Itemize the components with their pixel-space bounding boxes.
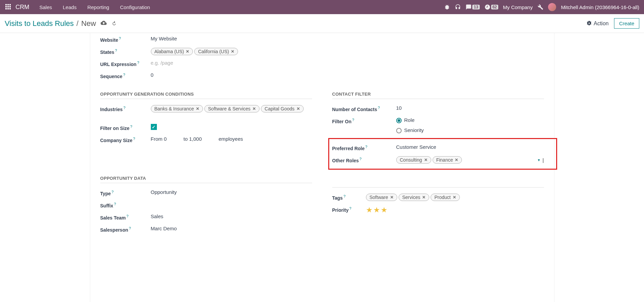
filter-size-checkbox[interactable] (151, 124, 157, 130)
tag-remove-icon[interactable]: ✕ (186, 49, 189, 54)
suffix-input[interactable] (151, 201, 312, 201)
help-icon[interactable]: ? (115, 48, 117, 53)
user-avatar[interactable] (548, 3, 556, 11)
star-icon[interactable]: ★ (373, 206, 380, 214)
messages-badge: 13 (472, 5, 479, 9)
breadcrumb-separator: / (76, 19, 78, 28)
nav-configuration[interactable]: Configuration (115, 4, 155, 10)
apps-icon[interactable] (5, 4, 11, 10)
radio-role[interactable]: Role (396, 117, 415, 123)
tag-remove-icon[interactable]: ✕ (196, 106, 199, 111)
size-unit-label: employees (218, 136, 243, 142)
action-bar: Visits to Leads Rules / New Action Creat… (0, 14, 644, 33)
field-filter-on-size: Filter on Size? (100, 121, 312, 133)
company-switcher[interactable]: My Company (503, 4, 533, 10)
tag-remove-icon[interactable]: ✕ (424, 158, 428, 162)
breadcrumb-parent[interactable]: Visits to Leads Rules (5, 19, 74, 28)
size-to-input[interactable]: 1,000 (189, 136, 202, 142)
tag-role: Finance✕ (433, 156, 462, 164)
section-contact-filter: CONTACT FILTER (332, 81, 544, 99)
field-other-roles: Other Roles? Consulting✕ Finance✕ ▼ (332, 154, 544, 166)
help-icon[interactable]: ? (123, 106, 125, 110)
tag-remove-icon[interactable]: ✕ (231, 49, 234, 54)
dropdown-caret-icon[interactable]: ▼ (537, 158, 541, 162)
tag-remove-icon[interactable]: ✕ (453, 195, 456, 200)
tag-state: Alabama (US)✕ (151, 48, 193, 55)
support-icon[interactable] (455, 4, 461, 10)
help-icon[interactable]: ? (129, 226, 131, 230)
section-opportunity-data: OPPORTUNITY DATA (100, 166, 312, 183)
help-icon[interactable]: ? (137, 61, 139, 65)
field-sales-team: Sales Team? Sales (100, 211, 312, 223)
num-contacts-value[interactable]: 10 (396, 104, 544, 111)
help-icon[interactable]: ? (114, 202, 116, 206)
help-icon[interactable]: ? (123, 73, 125, 77)
type-value[interactable]: Opportunity (151, 189, 312, 195)
help-icon[interactable]: ? (352, 118, 354, 122)
url-expression-input[interactable]: e.g. /page (151, 59, 323, 66)
field-sequence: Sequence? 0 (100, 69, 323, 81)
star-icon[interactable]: ★ (366, 206, 373, 214)
field-suffix: Suffix? (100, 199, 312, 211)
form-sheet: Website? My Website States? Alabama (US)… (90, 33, 554, 302)
action-menu[interactable]: Action (586, 21, 609, 27)
star-icon[interactable]: ★ (381, 206, 387, 214)
breadcrumb-current: New (81, 19, 96, 28)
create-button[interactable]: Create (614, 18, 639, 29)
section-opportunity-conditions: OPPORTUNITY GENERATION CONDITIONS (100, 81, 312, 99)
field-priority: Priority? ★ ★ ★ (332, 203, 544, 216)
help-icon[interactable]: ? (378, 106, 380, 110)
help-icon[interactable]: ? (365, 145, 367, 149)
field-preferred-role: Preferred Role? Customer Service (332, 141, 544, 154)
field-type: Type? Opportunity (100, 187, 312, 199)
field-url-expression: URL Expression? e.g. /page (100, 57, 323, 69)
salesperson-value[interactable]: Marc Demo (151, 225, 312, 231)
help-icon[interactable]: ? (127, 214, 129, 218)
states-tags[interactable]: Alabama (US)✕ California (US)✕ (151, 47, 323, 55)
breadcrumb: Visits to Leads Rules / New (5, 19, 117, 28)
tag-remove-icon[interactable]: ✕ (422, 195, 426, 200)
help-icon[interactable]: ? (119, 36, 121, 40)
top-navbar: CRM Sales Leads Reporting Configuration … (0, 0, 644, 14)
bug-icon[interactable] (444, 4, 450, 10)
other-roles-tags[interactable]: Consulting✕ Finance✕ ▼ (396, 156, 544, 164)
help-icon[interactable]: ? (349, 206, 351, 210)
cloud-save-icon[interactable] (101, 19, 107, 28)
tag-industry: Capital Goods✕ (261, 105, 304, 112)
field-salesperson: Salesperson? Marc Demo (100, 223, 312, 235)
field-tags: Tags? Software✕ Services✕ Product✕ (332, 191, 544, 203)
field-website: Website? My Website (100, 33, 323, 45)
user-menu[interactable]: Mitchell Admin (20366964-16-0-all) (561, 4, 639, 10)
sequence-value[interactable]: 0 (151, 71, 323, 78)
field-states: States? Alabama (US)✕ California (US)✕ (100, 45, 323, 57)
radio-seniority[interactable]: Seniority (396, 127, 424, 133)
tag-remove-icon[interactable]: ✕ (252, 106, 256, 111)
messages-icon[interactable]: 13 (466, 4, 479, 10)
industries-tags[interactable]: Banks & Insurance✕ Software & Services✕ … (151, 104, 312, 112)
help-icon[interactable]: ? (111, 190, 113, 194)
tools-icon[interactable] (537, 4, 543, 10)
preferred-role-value[interactable]: Customer Service (396, 143, 544, 150)
app-brand[interactable]: CRM (15, 4, 29, 11)
tag-remove-icon[interactable]: ✕ (297, 106, 300, 111)
tag-role: Consulting✕ (396, 156, 431, 164)
tag-industry: Software & Services✕ (204, 105, 260, 112)
size-from-input[interactable]: 0 (164, 136, 167, 142)
tag-remove-icon[interactable]: ✕ (455, 158, 458, 162)
help-icon[interactable]: ? (360, 157, 362, 161)
help-icon[interactable]: ? (343, 194, 345, 198)
nav-leads[interactable]: Leads (58, 4, 81, 10)
field-company-size: Company Size? From 0 to 1,000 employees (100, 133, 312, 145)
help-icon[interactable]: ? (133, 137, 135, 141)
nav-reporting[interactable]: Reporting (82, 4, 114, 10)
tags-field[interactable]: Software✕ Services✕ Product✕ (366, 193, 544, 201)
discard-icon[interactable] (111, 19, 117, 28)
tag-remove-icon[interactable]: ✕ (390, 195, 394, 200)
nav-sales[interactable]: Sales (35, 4, 57, 10)
website-value[interactable]: My Website (151, 35, 323, 41)
priority-stars[interactable]: ★ ★ ★ (366, 205, 544, 214)
field-filter-on: Filter On? Role Seniority (332, 114, 544, 135)
activities-icon[interactable]: 62 (484, 4, 498, 10)
help-icon[interactable]: ? (130, 125, 132, 129)
sales-team-value[interactable]: Sales (151, 213, 312, 219)
